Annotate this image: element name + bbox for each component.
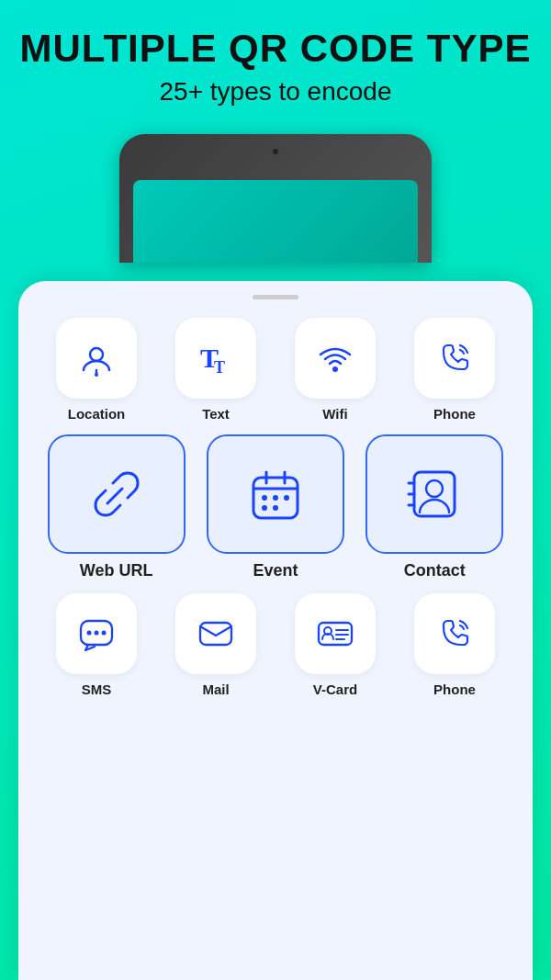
svg-point-22 (95, 631, 99, 636)
vcard-icon-box (295, 593, 376, 674)
sms-label: SMS (82, 681, 112, 697)
svg-point-12 (284, 495, 289, 501)
contact-icon-box (365, 434, 503, 554)
svg-point-16 (426, 480, 443, 497)
item-location[interactable]: Location (46, 318, 147, 422)
svg-rect-24 (200, 623, 231, 645)
weburl-icon (87, 465, 146, 524)
item-text[interactable]: T T Text (165, 318, 266, 422)
text-label: Text (202, 406, 230, 422)
vcard-icon (315, 614, 355, 654)
phone-mockup (119, 134, 432, 281)
phone2-icon-box (414, 593, 495, 674)
phone-label: Phone (433, 406, 476, 422)
phone-screen (133, 180, 418, 263)
location-icon (76, 338, 117, 378)
phone-frame (119, 134, 432, 263)
item-vcard[interactable]: V-Card (285, 593, 386, 697)
grid-row-2: Web URL Event (37, 434, 514, 580)
svg-point-13 (262, 505, 267, 511)
sms-icon (76, 614, 117, 654)
location-icon-box (56, 318, 137, 399)
bottom-sheet: Location T T Text Wifi (18, 281, 533, 980)
svg-point-10 (262, 495, 267, 501)
weburl-label: Web URL (80, 561, 153, 580)
main-title: MULTIPLE QR CODE TYPE (18, 28, 533, 70)
item-mail[interactable]: Mail (165, 593, 266, 697)
item-phone[interactable]: Phone (404, 318, 505, 422)
phone2-icon (434, 614, 475, 654)
item-wifi[interactable]: Wifi (285, 318, 386, 422)
location-label: Location (68, 406, 126, 422)
item-weburl[interactable]: Web URL (43, 434, 190, 580)
phone-icon (434, 338, 475, 378)
svg-point-23 (102, 631, 107, 636)
text-icon: T T (196, 338, 236, 378)
phone-icon-box (414, 318, 495, 399)
grid-row-1: Location T T Text Wifi (37, 318, 514, 422)
subtitle: 25+ types to encode (18, 77, 533, 107)
weburl-icon-box (48, 434, 186, 554)
grid-row-3: SMS Mail V-Card (37, 593, 514, 697)
event-label: Event (253, 561, 298, 580)
phone2-label: Phone (433, 681, 476, 697)
item-sms[interactable]: SMS (46, 593, 147, 697)
svg-text:T: T (214, 358, 225, 377)
event-icon (246, 465, 305, 524)
mail-icon-box (175, 593, 256, 674)
svg-point-21 (87, 631, 92, 636)
item-phone2[interactable]: Phone (404, 593, 505, 697)
wifi-label: Wifi (322, 406, 347, 422)
header-section: MULTIPLE QR CODE TYPE 25+ types to encod… (0, 0, 551, 116)
wifi-icon-box (295, 318, 376, 399)
svg-point-5 (332, 366, 338, 372)
svg-point-14 (273, 505, 278, 511)
event-icon-box (207, 434, 344, 554)
mail-icon (196, 614, 236, 654)
contact-icon (405, 465, 464, 524)
sheet-handle (253, 295, 298, 299)
text-icon-box: T T (175, 318, 256, 399)
phone-camera (271, 147, 280, 156)
svg-point-2 (95, 373, 98, 377)
sms-icon-box (56, 593, 137, 674)
svg-point-0 (90, 348, 103, 361)
vcard-label: V-Card (313, 681, 357, 697)
contact-label: Contact (404, 561, 466, 580)
mail-label: Mail (202, 681, 229, 697)
svg-point-11 (273, 495, 278, 501)
item-contact[interactable]: Contact (361, 434, 508, 580)
item-event[interactable]: Event (202, 434, 349, 580)
wifi-icon (315, 338, 355, 378)
